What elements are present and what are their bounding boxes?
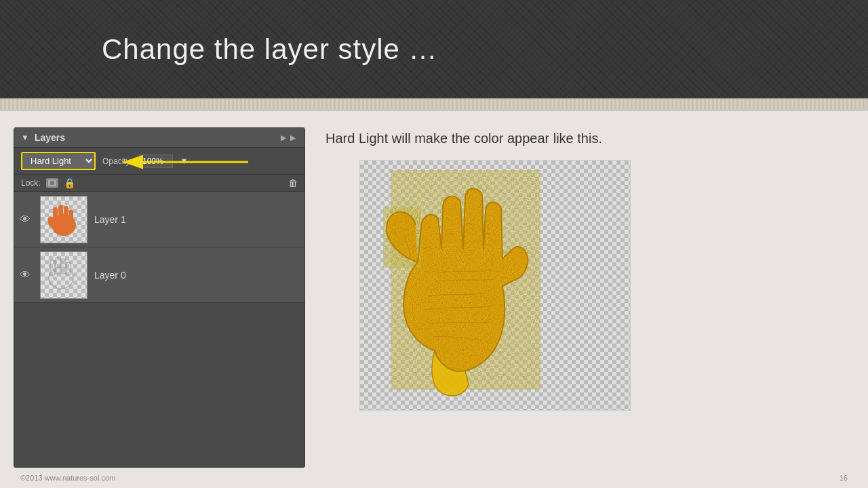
layers-collapse-icon[interactable]: ▼ xyxy=(21,133,29,142)
svg-rect-3 xyxy=(50,181,54,185)
opacity-dropdown-arrow[interactable]: ▼ xyxy=(180,156,189,166)
layers-panel: ▼ Layers ►► Hard Light Normal Multiply S… xyxy=(14,127,305,468)
header-divider xyxy=(0,98,868,110)
blend-mode-select[interactable]: Hard Light Normal Multiply Screen Overla… xyxy=(21,152,96,170)
delete-layer-icon[interactable]: 🗑 xyxy=(288,178,298,188)
opacity-label: Opacity: xyxy=(102,157,132,166)
main-content: ▼ Layers ►► Hard Light Normal Multiply S… xyxy=(0,110,868,468)
layers-panel-title: Layers xyxy=(35,132,65,143)
layer-thumb-hand xyxy=(41,197,87,243)
layer-visibility-icon-0[interactable]: 👁 xyxy=(20,269,33,281)
layer-thumbnail-0 xyxy=(40,251,87,299)
opacity-input[interactable] xyxy=(139,155,173,168)
svg-rect-11 xyxy=(50,260,55,275)
layer-1-name: Layer 1 xyxy=(94,214,126,225)
layer-thumbnail-1 xyxy=(40,196,87,243)
blend-mode-row: Hard Light Normal Multiply Screen Overla… xyxy=(14,148,304,175)
layers-menu-icon[interactable]: ►► xyxy=(279,132,298,143)
right-content: Hard Light will make the color appear li… xyxy=(305,124,854,468)
svg-rect-6 xyxy=(53,207,58,222)
lock-padlock-icon[interactable]: 🔒 xyxy=(64,178,75,188)
svg-rect-7 xyxy=(58,205,63,221)
svg-rect-8 xyxy=(64,206,68,221)
layer-item-0[interactable]: 👁 Layer 0 xyxy=(14,247,304,303)
header: Change the layer style … xyxy=(0,0,868,98)
page-title: Change the layer style … xyxy=(102,33,438,66)
lock-pixels-icon[interactable] xyxy=(46,178,58,188)
layer-visibility-icon-1[interactable]: 👁 xyxy=(20,214,33,226)
hand-svg xyxy=(360,161,630,410)
lock-label: Lock: xyxy=(21,178,41,188)
footer: ©2013 www.natures-sol.com 16 xyxy=(0,468,868,488)
layers-panel-header: ▼ Layers ►► xyxy=(14,128,304,148)
svg-rect-12 xyxy=(56,258,60,274)
hand-preview xyxy=(359,160,631,411)
layer-item-1[interactable]: 👁 Layer 1 xyxy=(14,192,304,247)
layer-0-name: Layer 0 xyxy=(94,270,126,281)
footer-page-number: 16 xyxy=(840,474,848,482)
footer-copyright: ©2013 www.natures-sol.com xyxy=(20,474,115,482)
description-text: Hard Light will make the color appear li… xyxy=(326,131,602,146)
svg-rect-9 xyxy=(69,209,73,222)
lock-row: Lock: 🔒 🗑 xyxy=(14,175,304,192)
svg-rect-13 xyxy=(61,259,66,274)
layers-header-left: ▼ Layers xyxy=(21,132,65,143)
